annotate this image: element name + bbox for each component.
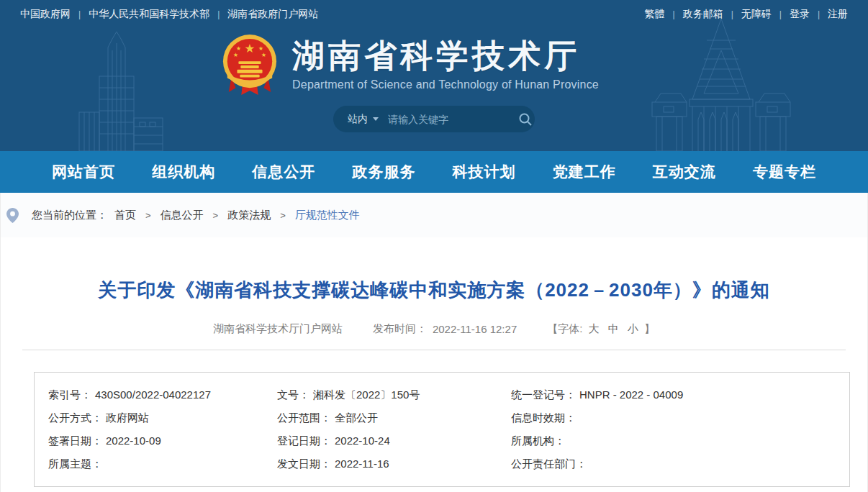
font-size-medium[interactable]: 中 [608,322,619,334]
nav-item-gov-services[interactable]: 政务服务 [352,162,415,182]
top-utility-bar: 中国政府网|中华人民共和国科学技术部|湖南省政府门户网站 繁體|政务邮箱|无障碍… [0,0,868,29]
site-logo[interactable]: ★ ★ ★ ★ ★ 湖南省科学技术厅 Department of Science… [0,33,844,96]
nav-item-interaction[interactable]: 互动交流 [653,162,716,182]
page-title: 关于印发《湖南省科技支撑碳达峰碳中和实施方案（2022－2030年）》的通知 [1,237,867,303]
document-info-table: 索引号：430S00/2022-04022127 文号：湘科发〔2022〕150… [34,372,850,487]
link-login[interactable]: 登录 [790,8,810,19]
info-label: 发文日期： [277,457,331,470]
separator: | [665,9,683,19]
nav-item-special-topics[interactable]: 专题专栏 [753,162,816,182]
info-value: 2022-10-09 [106,434,161,447]
nav-item-organization[interactable]: 组织机构 [152,162,215,182]
search-button[interactable] [518,112,533,127]
info-cell-validity-period: 信息时效期： [511,406,849,429]
info-value: 430S00/2022-04022127 [95,388,211,401]
info-label: 文号： [277,388,309,401]
breadcrumb-current: 厅规范性文件 [295,209,360,222]
info-cell-topic: 所属主题： [48,452,277,475]
info-label: 统一登记号： [511,388,576,401]
breadcrumb-prefix: 您当前的位置： [32,209,107,222]
nav-item-info-disclosure[interactable]: 信息公开 [252,162,315,182]
chevron-down-icon [373,117,379,121]
info-value: HNPR - 2022 - 04009 [579,388,683,401]
separator: | [723,9,741,19]
link-most[interactable]: 中华人民共和国科学技术部 [89,8,209,19]
separator: | [810,9,828,19]
svg-text:★: ★ [236,45,241,52]
main-nav: 网站首页 组织机构 信息公开 政务服务 科技计划 党建工作 互动交流 专题专栏 [0,151,868,193]
article-area: 关于印发《湖南省科技支撑碳达峰碳中和实施方案（2022－2030年）》的通知 湖… [0,237,868,492]
national-emblem-icon: ★ ★ ★ ★ ★ [222,33,278,96]
article-source: 湖南省科学技术厅门户网站 [213,322,343,336]
search-scope-label: 站内 [348,113,368,126]
nav-item-party-building[interactable]: 党建工作 [553,162,616,182]
publish-time-label: 发布时间： [373,322,427,336]
link-accessibility[interactable]: 无障碍 [741,8,772,19]
article-meta: 湖南省科学技术厅门户网站 发布时间： 2022-11-16 12:27 【字体:… [1,322,867,336]
location-pin-icon [6,208,19,223]
font-size-suffix: 】 [644,322,655,334]
svg-text:★: ★ [261,52,266,58]
info-cell-registration-date: 登记日期：2022-10-24 [277,429,511,452]
link-hunan-gov[interactable]: 湖南省政府门户网站 [227,8,318,19]
info-value: 全部公开 [335,411,378,424]
svg-text:★: ★ [233,52,238,58]
nav-item-home[interactable]: 网站首页 [52,162,115,182]
info-value: 2022-11-16 [335,457,389,470]
topbar-left-links: 中国政府网|中华人民共和国科学技术部|湖南省政府门户网站 [20,8,318,21]
search-icon [518,112,533,127]
breadcrumb-home[interactable]: 首页 [114,209,136,222]
separator: | [209,9,227,19]
site-title-block: 湖南省科学技术厅 Department of Science and Techn… [292,38,599,92]
font-size-prefix: 【字体: [547,322,582,334]
link-register[interactable]: 注册 [828,8,848,19]
info-label: 签署日期： [48,434,102,447]
site-subtitle: Department of Science and Technology of … [292,78,599,91]
search-input[interactable] [388,114,518,125]
breadcrumb-policies[interactable]: 政策法规 [227,209,271,222]
search-box: 站内 [333,106,535,132]
info-label: 公开方式： [48,411,102,424]
search-scope-dropdown[interactable]: 站内 [348,113,379,126]
info-cell-disclosure-method: 公开方式：政府网站 [48,406,277,429]
info-value: 湘科发〔2022〕150号 [313,388,420,401]
info-label: 所属机构： [511,434,565,447]
separator: | [772,9,790,19]
publish-time-value: 2022-11-16 12:27 [433,323,517,335]
info-label: 登记日期： [277,434,331,447]
info-cell-signing-date: 签署日期：2022-10-09 [48,429,277,452]
link-gov-cn[interactable]: 中国政府网 [20,8,71,19]
divider [22,350,846,350]
info-label: 索引号： [48,388,91,401]
info-cell-index-number: 索引号：430S00/2022-04022127 [48,383,277,406]
info-cell-doc-number: 文号：湘科发〔2022〕150号 [277,383,511,406]
link-traditional-chinese[interactable]: 繁體 [645,8,665,19]
info-label: 公开责任部门： [511,457,587,470]
info-cell-disclosure-scope: 公开范围：全部公开 [277,406,511,429]
topbar-right-links: 繁體|政务邮箱|无障碍|登录|注册 [645,8,849,21]
font-size-small[interactable]: 小 [628,322,638,334]
site-title: 湖南省科学技术厅 [292,38,599,74]
nav-item-sci-tech-plans[interactable]: 科技计划 [453,162,516,182]
info-label: 信息时效期： [511,411,576,424]
breadcrumb-separator: > [136,210,161,221]
info-cell-responsible-dept: 公开责任部门： [511,452,849,475]
breadcrumb-info-disclosure[interactable]: 信息公开 [161,209,204,222]
search-row: 站内 [0,106,868,132]
breadcrumb: 您当前的位置： 首页 > 信息公开 > 政策法规 > 厅规范性文件 [0,193,868,237]
font-size-large[interactable]: 大 [589,322,600,334]
breadcrumb-separator: > [271,210,295,221]
site-header: 中国政府网|中华人民共和国科学技术部|湖南省政府门户网站 繁體|政务邮箱|无障碍… [0,0,868,151]
separator: | [71,9,89,19]
info-value: 政府网站 [106,411,149,424]
font-size-control: 【字体: 大 中 小 】 [547,322,655,336]
svg-text:★: ★ [245,42,256,55]
info-cell-affiliated-org: 所属机构： [511,429,849,452]
info-value: 2022-10-24 [335,434,390,447]
info-label: 公开范围： [277,411,331,424]
info-cell-issue-date: 发文日期：2022-11-16 [277,452,511,475]
breadcrumb-separator: > [204,210,228,221]
info-cell-registration-number: 统一登记号：HNPR - 2022 - 04009 [511,383,849,406]
link-gov-mail[interactable]: 政务邮箱 [683,8,723,19]
info-label: 所属主题： [48,457,102,470]
